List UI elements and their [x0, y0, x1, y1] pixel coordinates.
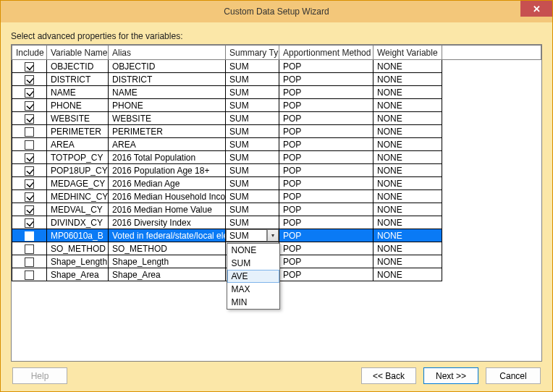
include-checkbox[interactable] — [25, 166, 34, 176]
cell-alias[interactable]: PERIMETER — [109, 125, 226, 138]
cell-summary-type[interactable]: SUM — [226, 125, 279, 138]
cell-include[interactable] — [12, 268, 47, 281]
include-checkbox[interactable] — [25, 257, 34, 267]
cell-weight-variable[interactable]: NONE — [373, 190, 442, 203]
cell-include[interactable] — [12, 125, 47, 138]
cell-alias[interactable]: PHONE — [109, 99, 226, 112]
cell-summary-type[interactable]: SUM — [226, 99, 279, 112]
cell-include[interactable] — [12, 216, 47, 229]
include-checkbox[interactable] — [25, 270, 34, 280]
cell-variable-name[interactable]: MEDHINC_CY — [47, 190, 109, 203]
cell-include[interactable] — [12, 164, 47, 177]
cell-summary-type[interactable]: SUM — [226, 112, 279, 125]
col-header-summary-type[interactable]: Summary Type — [226, 46, 279, 60]
include-checkbox[interactable] — [25, 62, 34, 72]
include-checkbox[interactable] — [25, 140, 34, 150]
cell-apportionment-method[interactable]: POP — [279, 99, 373, 112]
summary-type-combo-text[interactable]: SUM — [226, 229, 267, 242]
cell-include[interactable] — [12, 255, 47, 268]
cell-alias[interactable]: 2016 Population Age 18+ — [109, 164, 226, 177]
cell-summary-type[interactable]: SUM — [226, 190, 279, 203]
include-checkbox[interactable] — [25, 192, 34, 202]
chevron-down-icon[interactable]: ▾ — [267, 229, 279, 242]
cell-apportionment-method[interactable]: POP — [279, 242, 373, 255]
cell-summary-type[interactable]: SUM — [226, 203, 279, 216]
close-button[interactable]: ✕ — [520, 1, 552, 17]
table-row[interactable]: POP18UP_CY2016 Population Age 18+SUMPOPN… — [12, 164, 541, 177]
include-checkbox[interactable] — [25, 75, 34, 85]
col-header-include[interactable]: Include — [12, 46, 47, 60]
dropdown-option[interactable]: MAX — [227, 283, 279, 296]
table-row[interactable]: TOTPOP_CY2016 Total PopulationSUMPOPNONE — [12, 151, 541, 164]
cell-variable-name[interactable]: AREA — [47, 138, 109, 151]
dropdown-option[interactable]: MIN — [227, 296, 279, 309]
cell-apportionment-method[interactable]: POP — [279, 164, 373, 177]
cell-include[interactable] — [12, 60, 47, 73]
cell-weight-variable[interactable]: NONE — [373, 164, 442, 177]
include-checkbox[interactable] — [25, 179, 34, 189]
cell-variable-name[interactable]: NAME — [47, 86, 109, 99]
dropdown-option[interactable]: NONE — [227, 244, 279, 257]
cell-variable-name[interactable]: Shape_Length — [47, 255, 109, 268]
summary-type-dropdown[interactable]: NONESUMAVEMAXMIN — [227, 243, 280, 310]
cell-variable-name[interactable]: TOTPOP_CY — [47, 151, 109, 164]
cell-apportionment-method[interactable]: POP — [279, 138, 373, 151]
include-checkbox[interactable] — [25, 231, 34, 241]
include-checkbox[interactable] — [25, 205, 34, 215]
cell-apportionment-method[interactable]: POP — [279, 255, 373, 268]
cell-include[interactable] — [12, 177, 47, 190]
cell-apportionment-method[interactable]: POP — [279, 190, 373, 203]
cancel-button[interactable]: Cancel — [486, 367, 541, 384]
table-row[interactable]: DIVINDX_CY2016 Diversity IndexSUMPOPNONE — [12, 216, 541, 229]
cell-apportionment-method[interactable]: POP — [279, 151, 373, 164]
cell-alias[interactable]: Shape_Area — [109, 268, 226, 281]
cell-alias[interactable]: NAME — [109, 86, 226, 99]
cell-include[interactable] — [12, 229, 47, 242]
cell-variable-name[interactable]: WEBSITE — [47, 112, 109, 125]
table-row[interactable]: MP06010a_BVoted in federal/state/local e… — [12, 229, 541, 242]
cell-apportionment-method[interactable]: POP — [279, 177, 373, 190]
cell-weight-variable[interactable]: NONE — [373, 177, 442, 190]
col-header-apportionment-method[interactable]: Apportionment Method — [279, 46, 373, 60]
cell-variable-name[interactable]: DIVINDX_CY — [47, 216, 109, 229]
cell-apportionment-method[interactable]: POP — [279, 229, 373, 242]
cell-include[interactable] — [12, 138, 47, 151]
cell-include[interactable] — [12, 190, 47, 203]
cell-alias[interactable]: 2016 Diversity Index — [109, 216, 226, 229]
cell-weight-variable[interactable]: NONE — [373, 60, 442, 73]
cell-summary-type[interactable]: SUM — [226, 73, 279, 86]
include-checkbox[interactable] — [25, 101, 34, 111]
cell-alias[interactable]: SO_METHOD — [109, 242, 226, 255]
cell-weight-variable[interactable]: NONE — [373, 112, 442, 125]
cell-variable-name[interactable]: PHONE — [47, 99, 109, 112]
table-row[interactable]: AREAAREASUMPOPNONE — [12, 138, 541, 151]
dropdown-option[interactable]: SUM — [227, 257, 279, 270]
table-row[interactable]: MEDHINC_CY2016 Median Household IncomeSU… — [12, 190, 541, 203]
cell-variable-name[interactable]: SO_METHOD — [47, 242, 109, 255]
col-header-alias[interactable]: Alias — [109, 46, 226, 60]
include-checkbox[interactable] — [25, 127, 34, 137]
cell-alias[interactable]: WEBSITE — [109, 112, 226, 125]
cell-apportionment-method[interactable]: POP — [279, 203, 373, 216]
cell-summary-type[interactable]: SUM — [226, 60, 279, 73]
back-button[interactable]: << Back — [361, 367, 416, 384]
include-checkbox[interactable] — [25, 244, 34, 254]
dropdown-option[interactable]: AVE — [227, 270, 279, 283]
table-row[interactable]: WEBSITEWEBSITESUMPOPNONE — [12, 112, 541, 125]
cell-apportionment-method[interactable]: POP — [279, 112, 373, 125]
cell-alias[interactable]: 2016 Median Home Value — [109, 203, 226, 216]
cell-weight-variable[interactable]: NONE — [373, 151, 442, 164]
cell-include[interactable] — [12, 151, 47, 164]
help-button[interactable]: Help — [12, 367, 67, 384]
col-header-weight-variable[interactable]: Weight Variable — [373, 46, 442, 60]
cell-variable-name[interactable]: POP18UP_CY — [47, 164, 109, 177]
table-row[interactable]: MEDAGE_CY2016 Median AgeSUMPOPNONE — [12, 177, 541, 190]
cell-include[interactable] — [12, 86, 47, 99]
cell-weight-variable[interactable]: NONE — [373, 138, 442, 151]
cell-summary-type[interactable]: SUM — [226, 151, 279, 164]
cell-alias[interactable]: Shape_Length — [109, 255, 226, 268]
cell-weight-variable[interactable]: NONE — [373, 86, 442, 99]
cell-apportionment-method[interactable]: POP — [279, 268, 373, 281]
cell-variable-name[interactable]: MEDVAL_CY — [47, 203, 109, 216]
cell-apportionment-method[interactable]: POP — [279, 60, 373, 73]
